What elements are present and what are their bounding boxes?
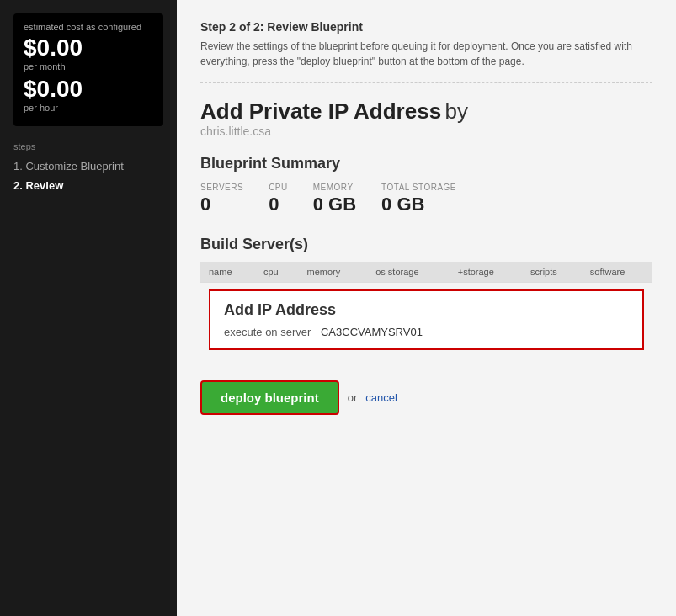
deploy-or: or <box>348 391 358 404</box>
divider <box>200 82 652 83</box>
col-memory: memory <box>299 262 368 283</box>
deploy-area: deploy blueprint or cancel <box>200 380 652 415</box>
stat-cpu: CPU 0 <box>269 183 288 215</box>
stat-cpu-value: 0 <box>269 194 288 215</box>
col-os-storage: os storage <box>367 262 450 283</box>
blueprint-title-row: Add Private IP Address by <box>200 98 652 125</box>
hourly-period: per hour <box>24 103 153 113</box>
col-software: software <box>582 262 652 283</box>
execute-label: execute on server <box>224 326 311 338</box>
cancel-link[interactable]: cancel <box>365 391 397 404</box>
stat-servers-label: SERVERS <box>200 183 243 192</box>
table-header-row: name cpu memory os storage +storage scri… <box>200 262 652 283</box>
step-2-number: 2. <box>13 179 25 192</box>
blueprint-author: chris.little.csa <box>200 125 652 138</box>
summary-stats: SERVERS 0 CPU 0 MEMORY 0 GB TOTAL STORAG… <box>200 183 652 215</box>
build-servers-heading: Build Server(s) <box>200 236 652 253</box>
stat-storage-value: 0 GB <box>381 194 456 215</box>
col-cpu: cpu <box>255 262 299 283</box>
step-header: Step 2 of 2: Review Blueprint <box>200 20 652 34</box>
stat-cpu-label: CPU <box>269 183 288 192</box>
server-name: CA3CCVAMYSRV01 <box>321 326 423 338</box>
cost-box: estimated cost as configured $0.00 per m… <box>13 13 163 126</box>
step-review[interactable]: 2. Review <box>13 179 163 192</box>
col-scripts: scripts <box>522 262 582 283</box>
hourly-cost: $0.00 <box>24 77 153 103</box>
monthly-cost: $0.00 <box>24 35 153 61</box>
steps-label: steps <box>13 141 163 151</box>
stat-servers-value: 0 <box>200 194 243 215</box>
server-table: name cpu memory os storage +storage scri… <box>200 262 652 364</box>
cost-label: estimated cost as configured <box>24 22 153 32</box>
stat-memory-value: 0 GB <box>313 194 356 215</box>
summary-heading: Blueprint Summary <box>200 155 652 173</box>
stat-storage-label: TOTAL STORAGE <box>381 183 456 192</box>
step-2-label: Review <box>25 179 63 192</box>
step-1-link[interactable]: Customize Blueprint <box>25 160 123 173</box>
stat-memory: MEMORY 0 GB <box>313 183 356 215</box>
ip-execute-row: execute on server CA3CCVAMYSRV01 <box>224 326 629 338</box>
stat-servers: SERVERS 0 <box>200 183 243 215</box>
ip-address-box: Add IP Address execute on server CA3CCVA… <box>209 289 644 350</box>
sidebar: estimated cost as configured $0.00 per m… <box>0 0 177 616</box>
step-description: Review the settings of the blueprint bef… <box>200 39 652 69</box>
col-name: name <box>200 262 255 283</box>
blueprint-title: Add Private IP Address <box>200 98 441 124</box>
blueprint-by: by <box>445 98 468 124</box>
main-content: Step 2 of 2: Review Blueprint Review the… <box>177 0 676 616</box>
step-1-number: 1. <box>13 160 25 173</box>
ip-address-cell: Add IP Address execute on server CA3CCVA… <box>200 283 652 364</box>
monthly-period: per month <box>24 61 153 72</box>
deploy-button[interactable]: deploy blueprint <box>200 380 339 415</box>
stat-storage: TOTAL STORAGE 0 GB <box>381 183 456 215</box>
stat-memory-label: MEMORY <box>313 183 356 192</box>
step-customize[interactable]: 1. Customize Blueprint <box>13 160 163 173</box>
col-plus-storage: +storage <box>450 262 522 283</box>
table-row: Add IP Address execute on server CA3CCVA… <box>200 283 652 364</box>
ip-address-title: Add IP Address <box>224 301 629 319</box>
